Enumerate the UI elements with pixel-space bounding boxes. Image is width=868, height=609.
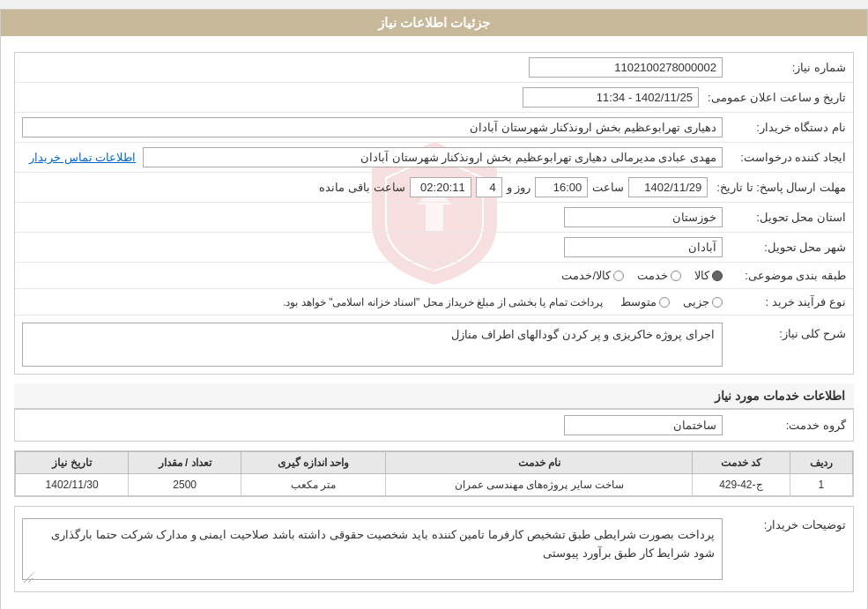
process-type-label: نوع فرآیند خرید : xyxy=(723,295,846,308)
deadline-date: 1402/11/29 xyxy=(628,177,708,197)
announcement-date-label: تاریخ و ساعت اعلان عمومی: xyxy=(699,91,846,104)
service-table-container: ردیف کد خدمت نام خدمت واحد اندازه گیری ت… xyxy=(14,450,854,497)
radio-jozi-icon xyxy=(712,297,723,308)
creator-label: ایجاد کننده درخواست: xyxy=(723,151,846,164)
category-kala-label: کالا xyxy=(694,269,709,282)
deadline-days-label: روز و xyxy=(507,181,531,194)
col-name: نام خدمت xyxy=(386,452,693,474)
creator-value: مهدی عبادی مدیرمالی دهیاری تهرابوعظیم بخ… xyxy=(143,147,723,167)
general-desc-value: اجرای پروژه خاکریزی و پر کردن گودالهای ا… xyxy=(22,323,723,367)
radio-khedmat-icon xyxy=(671,271,681,281)
cell-date: 1402/11/30 xyxy=(16,474,129,496)
col-date: تاریخ نیاز xyxy=(16,452,129,474)
cell-unit: متر مکعب xyxy=(241,474,386,496)
col-unit: واحد اندازه گیری xyxy=(241,452,386,474)
service-table: ردیف کد خدمت نام خدمت واحد اندازه گیری ت… xyxy=(15,451,853,496)
category-kala-khedmat-label: کالا/خدمت xyxy=(561,269,611,282)
radio-kala-icon xyxy=(712,271,723,281)
service-info-title: اطلاعات خدمات مورد نیاز xyxy=(14,383,854,409)
process-jozi[interactable]: جزیی xyxy=(683,295,723,308)
category-khedmat-label: خدمت xyxy=(637,269,668,282)
deadline-days: 4 xyxy=(476,177,502,197)
deadline-label: مهلت ارسال پاسخ: تا تاریخ: xyxy=(708,181,846,194)
service-group-value: ساختمان xyxy=(564,415,723,435)
buyer-org-label: نام دستگاه خریدار: xyxy=(723,121,846,134)
process-note: پرداخت تمام یا بخشی از مبلغ خریداز محل "… xyxy=(22,296,603,308)
city-label: شهر محل تحویل: xyxy=(723,241,846,254)
cell-qty: 2500 xyxy=(129,474,241,496)
need-number-value: 1102100278000002 xyxy=(529,57,723,78)
cell-row: 1 xyxy=(790,474,852,496)
notes-label: توضیحات خریدار: xyxy=(723,514,846,531)
category-khedmat[interactable]: خدمت xyxy=(637,269,681,282)
cell-name: ساخت سایر پروژه‌های مهندسی عمران xyxy=(386,474,693,496)
province-value: خوزستان xyxy=(564,207,723,227)
province-label: استان محل تحویل: xyxy=(723,211,846,224)
deadline-time-label: ساعت xyxy=(592,181,624,194)
bottom-buttons: بازگشت چاپ xyxy=(14,601,854,609)
category-kala[interactable]: کالا xyxy=(694,269,723,282)
process-motevaset-label: متوسط xyxy=(620,295,657,308)
process-options: جزیی متوسط xyxy=(620,295,723,308)
col-qty: تعداد / مقدار xyxy=(129,452,241,474)
process-jozi-label: جزیی xyxy=(683,295,709,308)
radio-motevaset-icon xyxy=(659,297,670,308)
cell-code: ج-42-429 xyxy=(693,474,790,496)
service-group-label: گروه خدمت: xyxy=(723,419,846,432)
category-kala-khedmat[interactable]: کالا/خدمت xyxy=(561,269,624,282)
city-value: آبادان xyxy=(564,237,723,257)
col-row: ردیف xyxy=(790,452,852,474)
table-row: 1 ج-42-429 ساخت سایر پروژه‌های مهندسی عم… xyxy=(16,474,853,496)
need-number-label: شماره نیاز: xyxy=(723,61,846,74)
announcement-date-value: 1402/11/25 - 11:34 xyxy=(523,87,699,108)
deadline-remaining: 02:20:11 xyxy=(410,177,471,197)
deadline-time: 16:00 xyxy=(535,177,588,197)
page-header: جزئیات اطلاعات نیاز xyxy=(1,10,867,36)
category-options: کالا خدمت کالا/خدمت xyxy=(22,269,723,282)
general-desc-label: شرح کلی نیاز: xyxy=(723,323,846,340)
deadline-remaining-label: ساعت باقی مانده xyxy=(319,181,404,194)
notes-resize-handle[interactable] xyxy=(24,574,33,583)
buyer-org-value: دهیاری تهرابوعظیم بخش ارونذکنار شهرستان … xyxy=(22,117,723,137)
notes-value: پرداخت بصورت شرایطی طبق تشخیص کارفرما تا… xyxy=(22,518,723,580)
process-motevaset[interactable]: متوسط xyxy=(620,295,670,308)
radio-kala-khedmat-icon xyxy=(613,271,624,281)
category-label: طبقه بندی موضوعی: xyxy=(723,269,846,282)
col-code: کد خدمت xyxy=(693,452,790,474)
contact-link[interactable]: اطلاعات تماس خریدار xyxy=(29,151,136,164)
